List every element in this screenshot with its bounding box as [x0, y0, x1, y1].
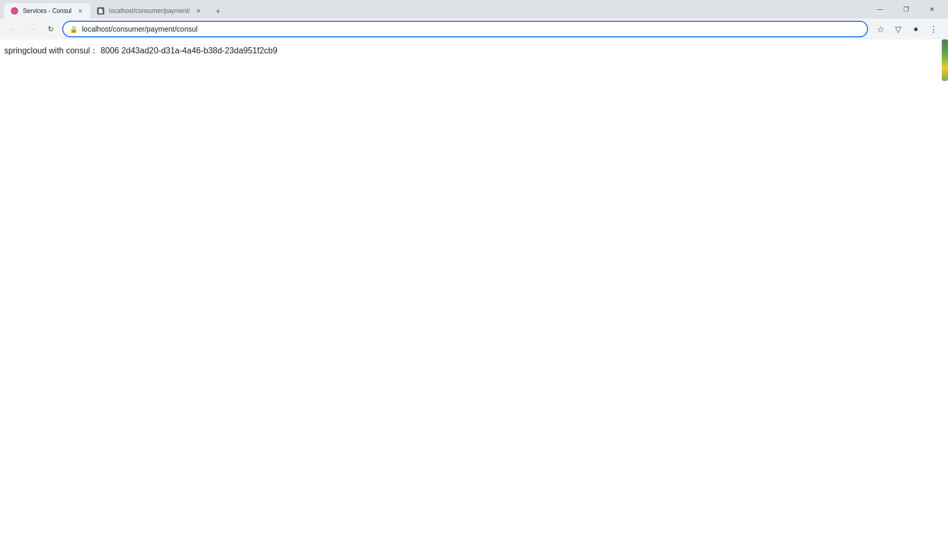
tab-favicon-consul [10, 7, 19, 15]
security-icon: 🔒 [70, 25, 78, 33]
back-button[interactable]: ← [6, 22, 21, 36]
browser-chrome: Services - Consul ✕ 📄 localhost/consumer… [0, 0, 948, 39]
page-main-text: springcloud with consul： 8006 2d43ad20-d… [4, 46, 944, 57]
refresh-button[interactable]: ↻ [44, 22, 58, 36]
tab-consul-label: Services - Consul [23, 7, 72, 15]
url-input[interactable] [82, 25, 861, 33]
bookmark-button[interactable]: ☆ [872, 21, 889, 37]
tab-strip: Services - Consul ✕ 📄 localhost/consumer… [4, 0, 864, 19]
tab-consul[interactable]: Services - Consul ✕ [4, 3, 90, 19]
url-bar[interactable]: 🔒 [62, 21, 868, 37]
tab-favicon-page: 📄 [97, 7, 105, 15]
address-bar: ← → ↻ 🔒 ☆ ▽ ● ⋮ [0, 19, 948, 39]
menu-button[interactable]: ⋮ [925, 21, 942, 37]
page-content: springcloud with consul： 8006 2d43ad20-d… [0, 39, 948, 560]
page-favicon-icon: 📄 [97, 7, 104, 15]
tab-consul-close-button[interactable]: ✕ [76, 7, 84, 15]
window-controls: — ❐ ✕ [868, 1, 944, 18]
consul-favicon-icon [11, 7, 18, 15]
close-button[interactable]: ✕ [920, 1, 944, 18]
forward-button[interactable]: → [25, 22, 39, 36]
minimize-button[interactable]: — [868, 1, 892, 18]
toolbar-actions: ☆ ▽ ● ⋮ [872, 21, 942, 37]
scrollbar-indicator [942, 39, 948, 81]
tab-page[interactable]: 📄 localhost/consumer/payment/ ✕ [90, 3, 209, 19]
maximize-button[interactable]: ❐ [894, 1, 918, 18]
download-icon[interactable]: ▽ [890, 21, 906, 37]
tab-page-label: localhost/consumer/payment/ [109, 7, 190, 15]
title-bar: Services - Consul ✕ 📄 localhost/consumer… [0, 0, 948, 19]
new-tab-button[interactable]: + [211, 4, 225, 19]
profile-button[interactable]: ● [908, 21, 924, 37]
tab-page-close-button[interactable]: ✕ [194, 7, 202, 15]
